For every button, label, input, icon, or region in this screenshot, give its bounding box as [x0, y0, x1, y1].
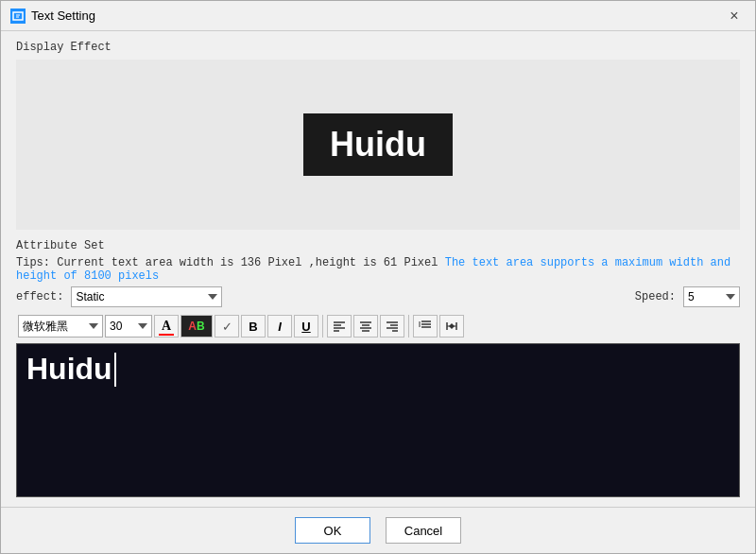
- toolbar-row: 微软雅黑 Arial Times New Roman 宋体 8101214 16…: [16, 313, 740, 339]
- title-bar: Text Setting ×: [1, 1, 755, 31]
- separator-2: [408, 315, 409, 338]
- effect-label: effect:: [16, 290, 63, 303]
- font-size-select[interactable]: 8101214 16182024 28303236: [105, 315, 152, 338]
- display-effect-area: Huidu: [16, 60, 740, 230]
- ok-button[interactable]: OK: [295, 517, 370, 544]
- speed-select[interactable]: 1234 5 678910: [683, 286, 740, 307]
- attribute-set-label: Attribute Set: [16, 239, 740, 252]
- text-edit-area[interactable]: Huidu: [16, 343, 740, 497]
- line-spacing-button[interactable]: [413, 315, 438, 338]
- tips-static-text: Tips: Current text area width is 136 Pix…: [16, 256, 445, 269]
- svg-marker-23: [452, 323, 455, 329]
- svg-marker-22: [449, 323, 452, 329]
- effect-speed-row: effect: Static Scroll Left Scroll Right …: [16, 286, 740, 307]
- close-button[interactable]: ×: [723, 7, 746, 26]
- preview-box: Huidu: [303, 113, 453, 176]
- font-family-select[interactable]: 微软雅黑 Arial Times New Roman 宋体: [18, 315, 103, 338]
- underline-button[interactable]: U: [294, 315, 318, 338]
- apply-button[interactable]: ✓: [215, 315, 239, 338]
- tips-line: Tips: Current text area width is 136 Pix…: [16, 256, 740, 283]
- speed-label: Speed:: [635, 290, 676, 303]
- text-cursor: [114, 353, 116, 387]
- align-left-button[interactable]: [327, 315, 352, 338]
- title-bar-left: Text Setting: [10, 9, 95, 24]
- bold-button[interactable]: B: [241, 315, 266, 338]
- cancel-button[interactable]: Cancel: [386, 517, 461, 544]
- dialog-body: Display Effect Huidu Attribute Set Tips:…: [1, 31, 755, 507]
- effect-select[interactable]: Static Scroll Left Scroll Right Scroll U…: [71, 286, 222, 307]
- display-effect-label: Display Effect: [16, 41, 740, 54]
- font-color-button[interactable]: A: [154, 315, 179, 338]
- separator-1: [322, 315, 323, 338]
- preview-text: Huidu: [330, 125, 426, 164]
- text-setting-dialog: Text Setting × Display Effect Huidu Attr…: [0, 0, 756, 554]
- dialog-title: Text Setting: [31, 9, 95, 23]
- editor-content: Huidu: [26, 352, 116, 387]
- align-center-button[interactable]: [353, 315, 378, 338]
- svg-rect-0: [13, 12, 23, 20]
- editor-text: Huidu: [26, 352, 112, 387]
- app-icon: [10, 9, 26, 24]
- align-right-button[interactable]: [380, 315, 404, 338]
- char-spacing-button[interactable]: [439, 315, 464, 338]
- italic-button[interactable]: I: [267, 315, 292, 338]
- background-color-button[interactable]: AB: [180, 315, 213, 338]
- dialog-footer: OK Cancel: [1, 507, 755, 553]
